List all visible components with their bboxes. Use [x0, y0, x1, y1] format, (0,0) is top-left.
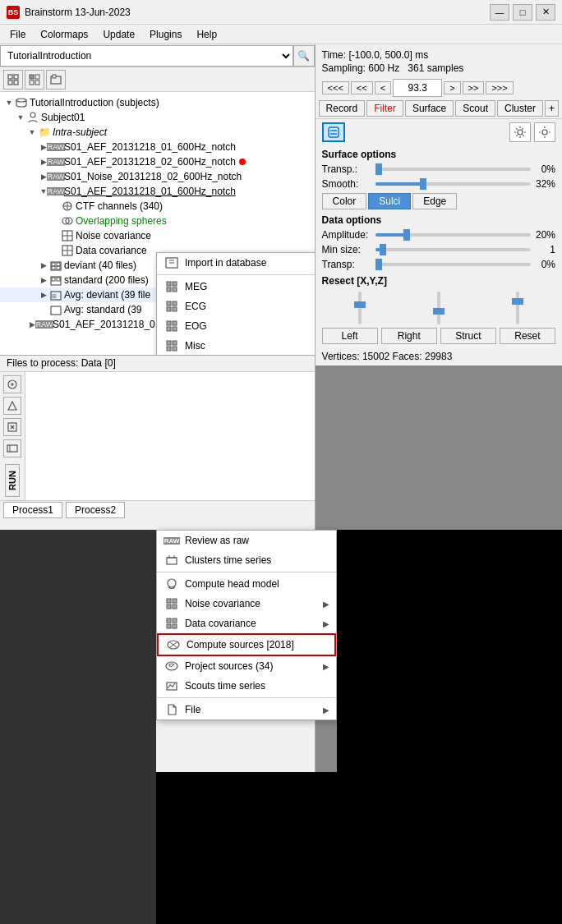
- svg-rect-111: [167, 599, 171, 603]
- process-tab-2[interactable]: Process2: [66, 502, 125, 518]
- struct-btn[interactable]: Struct: [440, 328, 496, 344]
- left-btn[interactable]: Left: [322, 328, 378, 344]
- tree-overlapping[interactable]: Overlapping spheres: [0, 214, 315, 228]
- ctx-computesources[interactable]: Compute sources [2018]: [157, 633, 336, 656]
- color-btn[interactable]: Color: [322, 193, 367, 209]
- tree-file-3[interactable]: ▶ RAW S01_Noise_20131218_02_600Hz_notch: [0, 169, 315, 184]
- tab-filter[interactable]: Filter: [366, 100, 403, 117]
- menu-file[interactable]: File: [3, 27, 32, 42]
- tab-add[interactable]: +: [545, 100, 559, 117]
- svg-rect-6: [30, 80, 34, 85]
- resect-title: Resect [X,Y,Z]: [316, 272, 562, 288]
- nav-btn-next[interactable]: >: [444, 81, 460, 94]
- reset-btn[interactable]: Reset: [500, 328, 555, 344]
- ctx-clusters[interactable]: Clusters time series: [157, 550, 336, 570]
- menu-colormaps[interactable]: Colormaps: [34, 27, 94, 42]
- ctx-meg[interactable]: MEG ▶: [157, 277, 315, 297]
- ctx-ecg[interactable]: ECG ▶: [157, 297, 315, 316]
- menu-update[interactable]: Update: [96, 27, 141, 42]
- ctx-file[interactable]: File ▶: [157, 700, 336, 719]
- toolbar-btn-3[interactable]: [46, 70, 66, 90]
- tree-ctf[interactable]: CTF channels (340): [0, 199, 315, 214]
- minimize-button[interactable]: —: [490, 4, 509, 21]
- data-transp-slider[interactable]: [375, 259, 531, 270]
- proc-icon-2[interactable]: [3, 397, 21, 415]
- ctx-import[interactable]: Import in database: [157, 253, 315, 273]
- tree-file-1[interactable]: ▶ RAW S01_AEF_20131218_01_600Hz_notch: [0, 140, 315, 154]
- nav-btn-prev2[interactable]: <<: [351, 81, 373, 94]
- amplitude-slider[interactable]: [375, 229, 531, 241]
- ctx-noisecov[interactable]: Noise covariance ▶: [157, 594, 336, 614]
- black-area-right: [337, 530, 562, 924]
- nav-btn-next2[interactable]: >>: [463, 81, 485, 94]
- ctx-scoutseries[interactable]: Scouts time series: [157, 676, 336, 696]
- tree-file-2[interactable]: ▶ RAW S01_AEF_20131218_02_600Hz_notch: [0, 154, 315, 169]
- ctrl-settings-1[interactable]: [509, 122, 531, 142]
- tab-record[interactable]: Record: [319, 100, 366, 117]
- proc-icon-1[interactable]: [3, 375, 21, 393]
- tab-cluster[interactable]: Cluster: [497, 100, 543, 117]
- tree-intra[interactable]: ▼ 📁 Intra-subject: [0, 125, 315, 140]
- tree-toggle[interactable]: ▼: [26, 126, 38, 138]
- svg-rect-7: [35, 80, 39, 85]
- red-dot: [239, 159, 246, 165]
- maximize-button[interactable]: □: [513, 4, 532, 21]
- tree-avg-deviant-label: Avg: deviant (39 file: [64, 289, 150, 301]
- tree-noise-cov[interactable]: Noise covariance: [0, 228, 315, 243]
- menu-help[interactable]: Help: [190, 27, 223, 42]
- computesources-icon: [165, 638, 182, 651]
- ctx-misc[interactable]: Misc ▶: [157, 336, 315, 355]
- toolbar-btn-2[interactable]: [25, 70, 44, 90]
- svg-rect-3: [14, 80, 18, 85]
- nav-time-input[interactable]: [393, 79, 442, 97]
- process-tab-1[interactable]: Process1: [3, 502, 62, 518]
- tree-file-4[interactable]: ▼ RAW S01_AEF_20131218_01_600Hz_notch: [0, 184, 315, 199]
- proc-icon-3[interactable]: [3, 418, 21, 436]
- ctx-datacov[interactable]: Data covariance ▶: [157, 614, 336, 633]
- edge-btn[interactable]: Edge: [412, 193, 457, 209]
- nav-btn-end[interactable]: >>>: [486, 81, 513, 94]
- tree-toggle[interactable]: ▼: [3, 97, 15, 108]
- ctx-noisecov-label: Noise covariance: [185, 598, 323, 609]
- tree-toggle[interactable]: ▶: [38, 289, 49, 301]
- ctx-clusters-label: Clusters time series: [185, 554, 329, 566]
- ctx-headmodel[interactable]: Compute head model: [157, 574, 336, 594]
- tree-subject-label: Subject01: [41, 112, 85, 123]
- tree-toggle[interactable]: ▼: [15, 112, 26, 123]
- svg-point-10: [16, 99, 26, 102]
- svg-rect-44: [173, 307, 177, 311]
- ctrl-settings-2[interactable]: [534, 122, 555, 142]
- resect-y-slider[interactable]: [401, 292, 477, 324]
- tree-subject[interactable]: ▼ Subject01: [0, 110, 315, 125]
- nav-btn-prev[interactable]: <: [375, 81, 391, 94]
- tree-toggle[interactable]: ▶: [38, 260, 49, 271]
- tree-file-1-label: S01_AEF_20131218_01_600Hz_notch: [64, 141, 236, 153]
- filter-toggle[interactable]: [322, 122, 345, 142]
- ctx-eog[interactable]: EOG ▶: [157, 316, 315, 336]
- resect-z-slider[interactable]: [480, 292, 555, 324]
- tree-toggle[interactable]: ▶: [38, 274, 49, 286]
- tab-surface[interactable]: Surface: [405, 100, 454, 117]
- transp-slider[interactable]: [375, 163, 531, 175]
- ctx-projectsources[interactable]: Project sources (34) ▶: [157, 656, 336, 676]
- smooth-slider[interactable]: [375, 178, 531, 190]
- tree-file-3-label: S01_Noise_20131218_02_600Hz_notch: [64, 171, 242, 182]
- proc-icon-4[interactable]: [3, 439, 21, 457]
- close-button[interactable]: ✕: [536, 4, 555, 21]
- toolbar-btn-1[interactable]: [3, 70, 23, 90]
- nav-btn-start[interactable]: <<<: [322, 81, 349, 94]
- tree-root[interactable]: ▼ TutorialIntroduction (subjects): [0, 95, 315, 110]
- menu-plugins[interactable]: Plugins: [143, 27, 188, 42]
- minsize-slider[interactable]: [375, 244, 531, 255]
- run-button[interactable]: RUN: [5, 464, 20, 497]
- search-button[interactable]: 🔍: [293, 45, 315, 67]
- tab-scout[interactable]: Scout: [455, 100, 495, 117]
- right-btn[interactable]: Right: [381, 328, 437, 344]
- data-transp-row: Transp: 0%: [316, 257, 562, 272]
- svg-rect-30: [57, 278, 60, 281]
- database-select[interactable]: TutorialIntroduction: [0, 45, 293, 67]
- sulci-btn[interactable]: Sulci: [368, 193, 411, 209]
- svg-point-11: [30, 113, 35, 117]
- resect-x-slider[interactable]: [322, 292, 398, 324]
- ctx-reviewraw[interactable]: RAW Review as raw: [157, 531, 336, 550]
